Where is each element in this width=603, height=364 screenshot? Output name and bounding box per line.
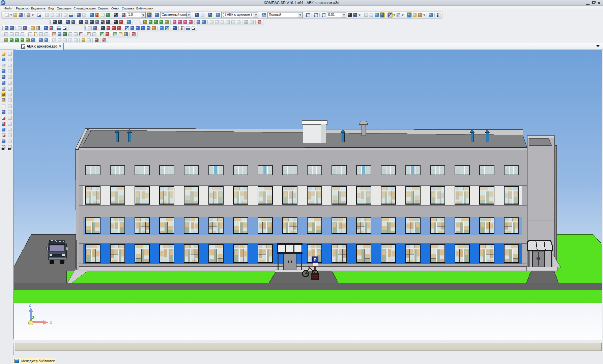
svg-text:P: P [314,257,317,262]
svg-text:X: X [50,321,52,325]
svg-text:Z: Z [29,303,31,308]
